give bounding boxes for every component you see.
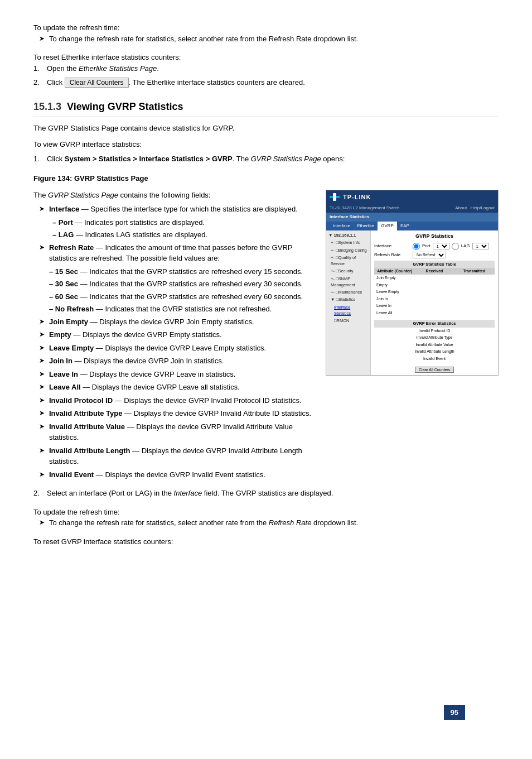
- sidebar-interface-stats[interactable]: Interface Statistics: [327, 304, 369, 318]
- tp-radio-group: Port 1 LAG 1: [413, 243, 489, 250]
- tp-refresh-select[interactable]: No Refresh: [413, 252, 446, 258]
- sidebar-bridging-config[interactable]: +- □Bridging Config: [327, 247, 369, 254]
- etherlike-page-link: Etherlike Statistics Page: [79, 64, 157, 73]
- arrow-icon: ➤: [39, 469, 45, 481]
- arrow-icon: ➤: [39, 408, 45, 419]
- tp-stats-table: GVRP Statistics Table Attribute (Counter…: [374, 261, 495, 317]
- arrow-icon: ➤: [39, 356, 45, 367]
- page-number: 95: [444, 705, 465, 720]
- tp-section-label: Interface Statistics: [326, 213, 498, 222]
- table-row: Leave All: [374, 310, 495, 317]
- tp-clear-counters-button[interactable]: Clear All Counters: [415, 367, 454, 373]
- tp-table-title: GVRP Statistics Table: [374, 261, 495, 268]
- sidebar-maintenance[interactable]: +- □Maintenance: [327, 289, 369, 296]
- fields-col: The GVRP Statistics Page contains the fo…: [33, 190, 315, 483]
- update-refresh-text: To update the refresh time:: [33, 22, 499, 33]
- tp-lag-select[interactable]: 1: [472, 243, 489, 249]
- sidebar-root: ▼ 192.168.1.1: [327, 232, 369, 239]
- table-row: Join In: [374, 296, 495, 303]
- error-row: Invalid Protocol ID: [374, 328, 495, 335]
- tp-header: TP-LINK: [326, 190, 498, 204]
- sidebar-security[interactable]: +- □Security: [327, 267, 369, 275]
- arrow-icon: ➤: [39, 421, 45, 443]
- section-title: Viewing GVRP Statistics: [67, 101, 183, 112]
- arrow-icon: ➤: [39, 242, 45, 264]
- table-row: Join Empty: [374, 275, 495, 282]
- error-row: Invalid Attribute Value: [374, 342, 495, 349]
- field-invalid-attr-value: ➤ Invalid Attribute Value — Displays the…: [33, 421, 315, 443]
- sidebar-snmp[interactable]: +- □SNMP Management: [327, 275, 369, 289]
- reset-step-1: 1. Open the Etherlike Statistics Page.: [33, 63, 499, 74]
- tp-nav-links: About Help/Logout: [455, 205, 495, 212]
- tp-port-radio[interactable]: [413, 243, 420, 250]
- tab-gvrp[interactable]: GVRP: [378, 222, 397, 230]
- table-row: Leave In: [374, 302, 495, 310]
- tp-lag-radio[interactable]: [452, 243, 459, 250]
- reset-etherlike-text: To reset Etherlike interface statistics …: [33, 52, 499, 63]
- nav-path: System > Statistics > Interface Statisti…: [65, 155, 233, 163]
- field-invalid-attr-length: ➤ Invalid Attribute Length — Displays th…: [33, 445, 315, 467]
- arrow-icon: ➤: [39, 517, 45, 529]
- arrow-icon: ➤: [39, 382, 45, 393]
- arrow-icon: ➤: [39, 343, 45, 354]
- sidebar-qos[interactable]: +- □Quality of Service: [327, 254, 369, 268]
- error-row: Invalid Event: [374, 356, 495, 363]
- sub-lag: – LAG — Indicates LAG statistics are dis…: [33, 229, 315, 241]
- field-invalid-attr-type: ➤ Invalid Attribute Type — Displays the …: [33, 408, 315, 419]
- tp-port-select[interactable]: 1: [433, 243, 449, 249]
- step-2-select: 2. Select an interface (Port or LAG) in …: [33, 488, 499, 499]
- interface-field-ref: Interface: [174, 489, 202, 497]
- update-refresh-intro: To update the refresh time: ➤ To change …: [33, 22, 499, 44]
- update-refresh-2: To update the refresh time: ➤ To change …: [33, 507, 499, 529]
- sub-15sec: – 15 Sec — Indicates that the GVRP stati…: [33, 266, 315, 277]
- arrow-icon: ➤: [39, 369, 45, 380]
- tp-panel-container: TP-LINK TL-SL3428 L2 Management Switch A…: [326, 190, 499, 483]
- tp-sidebar: ▼ 192.168.1.1 +- □System Info +- □Bridgi…: [326, 230, 371, 375]
- field-refresh-rate: ➤ Refresh Rate — Indicates the amount of…: [33, 242, 315, 264]
- tp-title-bar: TL-SL3428 L2 Management Switch About Hel…: [326, 204, 498, 213]
- tab-etherlike[interactable]: Etherlike: [354, 222, 378, 230]
- tp-lag-label: LAG: [461, 243, 470, 249]
- figure-caption: Figure 134: GVRP Statistics Page: [33, 173, 499, 184]
- arrow-icon: ➤: [39, 329, 45, 340]
- two-col-layout: The GVRP Statistics Page contains the fo…: [33, 190, 499, 483]
- arrow-icon: ➤: [39, 395, 45, 406]
- field-join-empty: ➤ Join Empty — Displays the device GVRP …: [33, 316, 315, 328]
- tp-link-panel: TP-LINK TL-SL3428 L2 Management Switch A…: [326, 190, 499, 376]
- tp-body: ▼ 192.168.1.1 +- □System Info +- □Bridgi…: [326, 230, 498, 375]
- clear-all-counters-button[interactable]: Clear All Counters: [65, 78, 129, 88]
- field-interface: ➤ Interface — Specifies the interface ty…: [33, 204, 315, 215]
- tab-interface[interactable]: Interface: [330, 222, 354, 230]
- tab-eap[interactable]: EAP: [397, 222, 413, 230]
- tp-interface-row: Interface Port 1 LAG: [374, 243, 495, 250]
- field-join-in: ➤ Join In — Displays the device GVRP Joi…: [33, 356, 315, 367]
- view-step-1: 1. Click System > Statistics > Interface…: [33, 153, 499, 165]
- field-empty: ➤ Empty — Displays the device GVRP Empty…: [33, 329, 315, 340]
- tp-nav-tabs: Interface Etherlike GVRP EAP: [326, 222, 498, 230]
- tp-error-section: GVRP Error Statistics Invalid Protocol I…: [374, 320, 495, 373]
- reset-step-2: 2. Click Clear All Counters. The Etherli…: [33, 77, 499, 88]
- svg-rect-1: [333, 193, 336, 201]
- arrow-icon: ➤: [39, 445, 45, 467]
- error-row: Invalid Attribute Length: [374, 348, 495, 356]
- reset-gvrp-intro: To reset GVRP interface statistics count…: [33, 536, 499, 547]
- tp-interface-label: Interface: [374, 243, 410, 249]
- reset-etherlike-intro: To reset Etherlike interface statistics …: [33, 52, 499, 88]
- field-invalid-protocol-id: ➤ Invalid Protocol ID — Displays the dev…: [33, 395, 315, 406]
- gvrp-page-name: GVRP Statistics Page: [251, 155, 321, 163]
- sub-30sec: – 30 Sec — Indicates that the GVRP stati…: [33, 278, 315, 290]
- tp-btn-row: Clear All Counters: [374, 364, 495, 373]
- sidebar-system-info[interactable]: +- □System Info: [327, 239, 369, 246]
- tp-port-label: Port: [422, 243, 431, 249]
- update-refresh-2-text: To update the refresh time:: [33, 507, 499, 518]
- sidebar-rmon[interactable]: □RMON: [327, 317, 369, 324]
- table-row: Leave Empty: [374, 289, 495, 296]
- arrow-icon: ➤: [39, 316, 45, 328]
- tp-content-title: GVRP Statistics: [374, 233, 495, 241]
- error-row: Invalid Attribute Type: [374, 334, 495, 342]
- sidebar-statistics[interactable]: ▼ □Statistics: [327, 296, 369, 303]
- tp-refresh-rate-row: Refresh Rate No Refresh: [374, 252, 495, 258]
- update-refresh-2-bullet: ➤ To change the refresh rate for statist…: [33, 517, 499, 529]
- field-leave-empty: ➤ Leave Empty — Displays the device GVRP…: [33, 343, 315, 354]
- update-refresh-bullet-text: To change the refresh rate for statistic…: [49, 33, 358, 45]
